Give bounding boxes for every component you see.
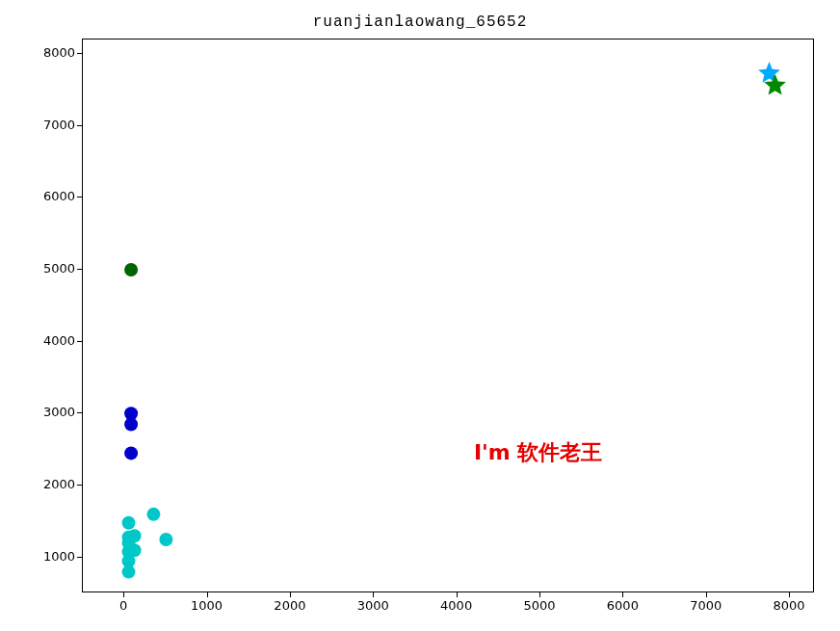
chart-title: ruanjianlaowang_65652	[0, 13, 840, 31]
y-tick-label: 8000	[22, 45, 75, 60]
y-tick-mark	[77, 53, 82, 54]
data-point	[124, 263, 138, 276]
x-tick-mark	[622, 592, 623, 597]
x-tick-label: 6000	[598, 598, 646, 613]
y-tick-label: 7000	[22, 118, 75, 132]
x-tick-label: 0	[99, 598, 147, 613]
x-tick-mark	[123, 592, 124, 597]
y-tick-mark	[77, 485, 82, 486]
x-tick-mark	[706, 592, 707, 597]
figure: ruanjianlaowang_65652 I'm 软件老王 100020003…	[0, 0, 840, 631]
chart-annotation: I'm 软件老王	[474, 438, 603, 467]
data-point	[159, 533, 172, 546]
x-tick-mark	[539, 592, 540, 597]
x-tick-label: 2000	[266, 598, 314, 613]
y-tick-mark	[77, 125, 82, 126]
x-tick-mark	[789, 592, 790, 597]
data-point	[128, 543, 142, 557]
data-point	[122, 565, 136, 579]
x-tick-label: 1000	[183, 598, 231, 613]
x-tick-label: 3000	[349, 598, 397, 613]
plot-area: I'm 软件老王	[82, 39, 814, 592]
data-point	[124, 418, 138, 432]
x-tick-mark	[373, 592, 374, 597]
x-tick-label: 8000	[765, 598, 813, 613]
y-tick-mark	[77, 197, 82, 197]
x-tick-mark	[457, 592, 458, 597]
x-tick-label: 7000	[682, 598, 730, 613]
y-tick-mark	[77, 269, 82, 270]
x-tick-mark	[290, 592, 291, 597]
y-tick-label: 5000	[22, 261, 75, 276]
data-point	[122, 516, 136, 530]
y-tick-mark	[77, 341, 82, 342]
y-tick-label: 1000	[22, 549, 75, 564]
y-tick-label: 4000	[22, 333, 75, 348]
scatter-svg	[83, 39, 813, 592]
data-point	[124, 446, 138, 460]
y-tick-label: 6000	[22, 189, 75, 203]
x-tick-label: 4000	[433, 598, 481, 613]
y-tick-label: 3000	[22, 405, 75, 419]
y-tick-label: 2000	[22, 477, 75, 491]
y-tick-mark	[77, 412, 82, 413]
x-tick-label: 5000	[515, 598, 564, 613]
y-tick-mark	[77, 557, 82, 558]
data-point	[146, 508, 160, 521]
x-tick-mark	[207, 592, 208, 597]
data-point	[128, 529, 142, 542]
